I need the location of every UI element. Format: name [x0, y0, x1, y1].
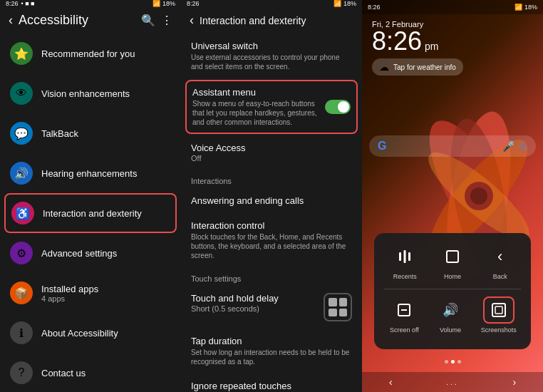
back-button-1[interactable]: ‹ — [9, 13, 13, 28]
setting-assistant-menu[interactable]: Assistant menu Show a menu of easy-to-re… — [185, 80, 358, 134]
nav-row-1: Recents Home ‹ Back — [381, 243, 524, 280]
recents-icon — [389, 243, 420, 270]
universal-desc: Use external accessories to control your… — [191, 53, 352, 71]
time-display-2: 8:26 — [187, 0, 200, 7]
installed-sub: 4 apps — [41, 294, 98, 303]
sidebar-item-advanced[interactable]: ⚙ Advanced settings — [0, 233, 181, 273]
section-interactions: Interactions — [181, 170, 362, 188]
screenoff-label: Screen off — [390, 326, 419, 334]
nav-back-button[interactable]: ‹ Back — [485, 243, 516, 280]
volume-icon: 🔊 — [435, 296, 466, 324]
advanced-icon: ⚙ — [10, 242, 33, 264]
vision-label: Vision enhancements — [41, 88, 130, 99]
interaction-panel: 8:26 📶 18% ‹ Interaction and dexterity U… — [181, 0, 362, 392]
dot-2 — [451, 360, 455, 363]
nav-right-arrow[interactable]: › — [512, 376, 516, 388]
assistant-title: Assistant menu — [192, 87, 325, 98]
nav-home-button[interactable]: Home — [437, 243, 468, 280]
touch-dot-4 — [339, 309, 348, 317]
status-bar-1: 8:26 • ■ ■ 📶 18% — [0, 0, 181, 7]
back-button-2[interactable]: ‹ — [190, 13, 194, 28]
hearing-label: Hearing enhancements — [41, 168, 137, 179]
wifi-icon: 📶 — [152, 0, 160, 7]
weather-widget[interactable]: ☁ Tap for weather info — [372, 58, 463, 76]
hold-title: Touch and hold delay — [191, 293, 279, 304]
google-logo: G — [378, 140, 386, 153]
svg-rect-14 — [495, 306, 502, 314]
sidebar-item-interaction[interactable]: ♿ Interaction and dexterity — [4, 193, 177, 233]
voice-title: Voice Access — [191, 143, 352, 153]
sidebar-item-hearing[interactable]: 🔊 Hearing enhancements — [0, 153, 181, 193]
time-display-1: 8:26 — [6, 0, 19, 7]
sidebar-item-about[interactable]: ℹ About Accessibility — [0, 313, 181, 353]
ignore-title: Ignore repeated touches — [191, 381, 352, 391]
screenshots-label: Screenshots — [481, 326, 517, 334]
volume-label: Volume — [440, 326, 461, 334]
panel2-title: Interaction and dexterity — [200, 15, 353, 26]
nav-row-2: Screen off 🔊 Volume Screenshots — [381, 296, 524, 334]
svg-point-6 — [470, 187, 487, 205]
svg-rect-8 — [404, 250, 406, 263]
touch-dot-1 — [329, 298, 337, 306]
setting-voice-access[interactable]: Voice Access Off — [181, 135, 362, 170]
sidebar-item-installed[interactable]: 📦 Installed apps 4 apps — [0, 273, 181, 313]
talkback-icon: 💬 — [10, 122, 33, 145]
homescreen-panel: 8:26 📶 18% Fri, 2 February 8:26 pm ☁ Tap… — [362, 0, 543, 392]
status-icons-1: • ■ ■ — [21, 0, 35, 7]
installed-label: Installed apps — [41, 284, 98, 294]
wifi-icon-3: 📶 — [514, 4, 522, 11]
sidebar-item-contact[interactable]: ? Contact us — [0, 353, 181, 392]
sidebar-item-recommended[interactable]: ⭐ Recommended for you — [0, 33, 181, 73]
control-title: Interaction control — [191, 220, 352, 231]
status-time-2: 8:26 — [187, 0, 200, 7]
battery-pct-3: 18% — [524, 4, 537, 11]
duration-title: Tap duration — [191, 336, 352, 346]
more-options-icon[interactable]: ⋮ — [161, 14, 172, 27]
assistant-desc: Show a menu of easy-to-reach buttons tha… — [192, 99, 325, 127]
time-display: 8:26 — [372, 29, 422, 54]
voice-value: Off — [191, 154, 352, 163]
touch-grid-icon — [324, 293, 352, 321]
sidebar-item-talkback[interactable]: 💬 TalkBack — [0, 113, 181, 153]
status-time-3: 8:26 — [368, 4, 381, 11]
nav-screenshots-button[interactable]: Screenshots — [481, 296, 517, 334]
lens-icon[interactable]: ⊙ — [519, 140, 527, 152]
setting-universal-switch[interactable]: Universal switch Use external accessorie… — [181, 33, 362, 78]
svg-rect-10 — [447, 251, 458, 262]
setting-hold-delay[interactable]: Touch and hold delay Short (0.5 seconds) — [181, 286, 362, 329]
nav-recents-button[interactable]: Recents — [389, 243, 420, 280]
clock-area: Fri, 2 February 8:26 pm ☁ Tap for weathe… — [362, 14, 543, 78]
sidebar-item-vision[interactable]: 👁 Vision enhancements — [0, 73, 181, 113]
search-icon[interactable]: 🔍 — [141, 14, 155, 27]
recommended-label: Recommended for you — [41, 48, 135, 59]
home-label: Home — [444, 273, 461, 280]
recents-label: Recents — [393, 273, 417, 280]
setting-answering[interactable]: Answering and ending calls — [181, 188, 362, 213]
back-nav-label: Back — [493, 273, 507, 280]
setting-interaction-control[interactable]: Interaction control Block touches for th… — [181, 213, 362, 267]
nav-screenoff-button[interactable]: Screen off — [388, 296, 420, 334]
status-battery-1: 📶 18% — [152, 0, 175, 7]
battery-pct-2: 18% — [343, 0, 356, 7]
about-icon: ℹ — [10, 321, 33, 344]
nav-left-arrow[interactable]: ‹ — [389, 376, 393, 388]
setting-ignore-touches[interactable]: Ignore repeated touches Set a time withi… — [181, 373, 362, 392]
panel1-header: ‹ Accessibility 🔍 ⋮ — [0, 7, 181, 33]
answering-title: Answering and ending calls — [191, 195, 352, 206]
page-dots — [362, 360, 543, 363]
header-icons-1: 🔍 ⋮ — [141, 14, 172, 27]
mic-icon[interactable]: 🎤 — [502, 140, 514, 152]
google-search-bar[interactable]: G 🎤 ⊙ — [369, 135, 536, 157]
time-suffix: pm — [425, 41, 438, 52]
nav-volume-button[interactable]: 🔊 Volume — [435, 296, 466, 334]
wifi-icon-2: 📶 — [333, 0, 341, 7]
setting-tap-duration[interactable]: Tap duration Set how long an interaction… — [181, 329, 362, 373]
svg-rect-7 — [399, 252, 401, 261]
status-bar-2: 8:26 📶 18% — [181, 0, 362, 7]
assistant-toggle[interactable] — [325, 100, 351, 114]
interaction-icon: ♿ — [11, 202, 34, 225]
p3-nav-bar: ‹ ... › — [362, 372, 543, 392]
status-battery-2: 📶 18% — [333, 0, 356, 7]
duration-desc: Set how long an interaction needs to be … — [191, 348, 352, 366]
nav-dots: ... — [446, 378, 458, 386]
